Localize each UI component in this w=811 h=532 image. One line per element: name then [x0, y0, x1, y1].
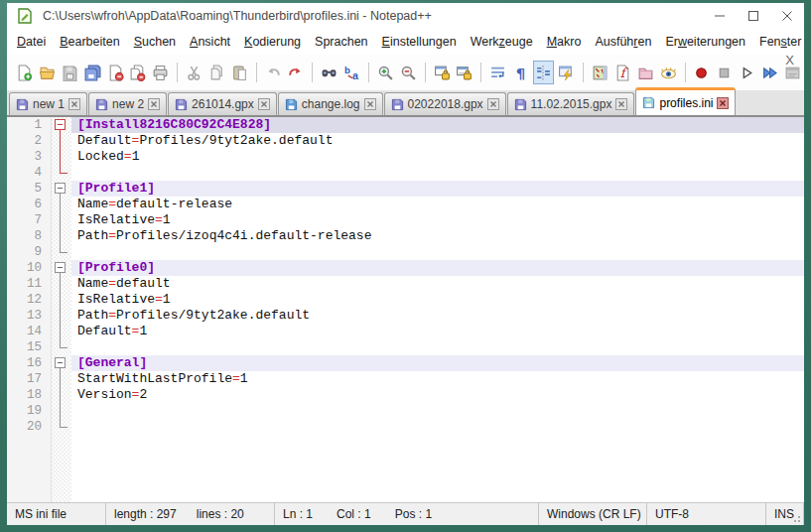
zoom-out-icon[interactable] — [398, 61, 419, 84]
menu-item-sprachen[interactable]: Sprachen — [308, 32, 375, 52]
line-text[interactable] — [71, 339, 804, 355]
macro-run-multiple-icon[interactable] — [759, 61, 780, 84]
line-text[interactable]: Default=Profiles/9tyt2ake.default — [71, 133, 804, 149]
maximize-button[interactable] — [737, 3, 770, 29]
line-text[interactable]: IsRelative=1 — [71, 292, 804, 308]
replace-icon[interactable]: ba — [341, 61, 362, 84]
line-number: 18 — [7, 388, 51, 402]
line-text[interactable]: Locked=1 — [71, 149, 804, 165]
function-list-icon[interactable]: f — [612, 61, 633, 84]
macro-record-icon[interactable] — [691, 61, 712, 84]
tab-close-icon[interactable] — [148, 98, 160, 110]
sync-horizontal-scroll-icon[interactable] — [455, 61, 475, 84]
line-text[interactable]: Default=1 — [71, 324, 804, 339]
line-number: 17 — [7, 372, 51, 386]
tab-11.02.2015.gpx[interactable]: 11.02.2015.gpx — [507, 92, 635, 115]
close-button[interactable] — [770, 3, 804, 29]
line-text[interactable]: Name=default — [71, 276, 804, 292]
sync-vertical-scroll-icon[interactable] — [432, 61, 453, 84]
function-completion-icon[interactable] — [556, 61, 577, 84]
line-text[interactable] — [71, 403, 804, 419]
status-pos: Pos : 1 — [395, 507, 432, 521]
line-text[interactable] — [71, 244, 804, 260]
status-bar: MS ini file length : 297 lines : 20 Ln :… — [7, 502, 804, 525]
editor-line-5: 5[Profile1] — [7, 181, 804, 197]
monitoring-eye-icon[interactable] — [658, 61, 679, 84]
tab-label: new 2 — [112, 97, 144, 111]
line-text[interactable]: [Profile0] — [71, 260, 804, 276]
redo-icon[interactable] — [286, 61, 307, 84]
macro-play-icon[interactable] — [737, 61, 757, 84]
menu-item-einstellungen[interactable]: Einstellungen — [375, 32, 464, 52]
document-map-icon[interactable] — [590, 61, 610, 84]
save-all-icon[interactable] — [82, 61, 103, 84]
fold-collapse-icon[interactable] — [51, 117, 71, 133]
line-text[interactable] — [71, 165, 804, 181]
show-indent-guide-icon[interactable] — [533, 61, 554, 84]
tab-change.log[interactable]: change.log — [278, 92, 383, 115]
minimize-button[interactable] — [703, 3, 737, 29]
fold-collapse-icon[interactable] — [51, 260, 71, 276]
line-text[interactable]: IsRelative=1 — [71, 212, 804, 228]
close-document-x-icon[interactable]: X — [785, 54, 794, 66]
resize-grip[interactable] — [791, 512, 801, 522]
fold-collapse-icon[interactable] — [51, 355, 71, 371]
line-text[interactable]: Path=Profiles/9tyt2ake.default — [71, 308, 804, 324]
tab-new-1[interactable]: new 1 — [9, 92, 87, 115]
find-icon[interactable] — [319, 61, 339, 84]
cut-icon[interactable] — [184, 61, 204, 84]
tab-02022018.gpx[interactable]: 02022018.gpx — [384, 92, 506, 115]
tab-close-icon[interactable] — [258, 98, 270, 110]
tab-close-icon[interactable] — [487, 98, 499, 110]
editor-pane[interactable]: 1[Install8216C80C92C4E828]2Default=Profi… — [7, 117, 804, 502]
line-text[interactable]: [Install8216C80C92C4E828] — [71, 117, 804, 133]
menu-item-werkzeuge[interactable]: Werkzeuge — [464, 32, 540, 52]
line-text[interactable]: Path=Profiles/izoq4c4i.default-release — [71, 228, 804, 244]
line-text[interactable] — [71, 419, 804, 435]
fold-guide — [51, 339, 71, 355]
tab-close-icon[interactable] — [68, 98, 80, 110]
menu-item-bearbeiten[interactable]: Bearbeiten — [53, 32, 126, 52]
close-all-icon[interactable] — [127, 61, 148, 84]
line-number: 16 — [7, 356, 51, 370]
close-file-icon[interactable] — [105, 61, 126, 84]
line-text[interactable]: Version=2 — [71, 387, 804, 403]
tab-close-icon[interactable] — [364, 98, 376, 110]
toolbar-separator — [256, 63, 257, 82]
editor-line-2: 2Default=Profiles/9tyt2ake.default — [7, 133, 804, 149]
line-text[interactable]: Name=default-release — [71, 197, 804, 212]
macro-stop-icon[interactable] — [714, 61, 735, 84]
fold-collapse-icon[interactable] — [51, 181, 71, 197]
copy-icon[interactable] — [206, 61, 227, 84]
tab-close-icon[interactable] — [615, 98, 627, 110]
menu-item-erweiterungen[interactable]: Erweiterungen — [658, 32, 752, 52]
undo-icon[interactable] — [263, 61, 284, 84]
tab-profiles.ini[interactable]: profiles.ini — [635, 87, 736, 115]
folder-as-workspace-icon[interactable] — [635, 61, 656, 84]
menu-item-datei[interactable]: Datei — [10, 32, 53, 52]
open-file-icon[interactable] — [37, 61, 58, 84]
menu-item-ausfhren[interactable]: Ausführen — [588, 32, 658, 52]
menu-item-fenster[interactable]: Fenster — [752, 32, 808, 52]
menu-item-kodierung[interactable]: Kodierung — [237, 32, 308, 52]
tab-close-icon[interactable] — [717, 97, 729, 109]
word-wrap-icon[interactable] — [487, 61, 508, 84]
fold-guide — [51, 371, 71, 387]
zoom-in-icon[interactable] — [375, 61, 396, 84]
new-file-icon[interactable] — [14, 61, 35, 84]
menu-item-suchen[interactable]: Suchen — [127, 32, 183, 52]
tab-261014.gpx[interactable]: 261014.gpx — [168, 92, 277, 115]
line-text[interactable]: [General] — [71, 355, 804, 371]
status-line: Ln : 1 — [283, 507, 313, 521]
menu-item-makro[interactable]: Makro — [540, 32, 589, 52]
window-content: C:\Users\wfroh\AppData\Roaming\Thunderbi… — [7, 3, 804, 525]
save-file-icon[interactable] — [60, 61, 80, 84]
line-text[interactable]: [Profile1] — [71, 181, 804, 197]
menu-item-ansicht[interactable]: Ansicht — [183, 32, 237, 52]
show-all-characters-icon[interactable]: ¶ — [510, 61, 531, 84]
print-icon[interactable] — [150, 61, 171, 84]
line-text[interactable]: StartWithLastProfile=1 — [71, 371, 804, 387]
paste-icon[interactable] — [229, 61, 250, 84]
fold-guide — [51, 276, 71, 292]
tab-new-2[interactable]: new 2 — [88, 92, 167, 115]
